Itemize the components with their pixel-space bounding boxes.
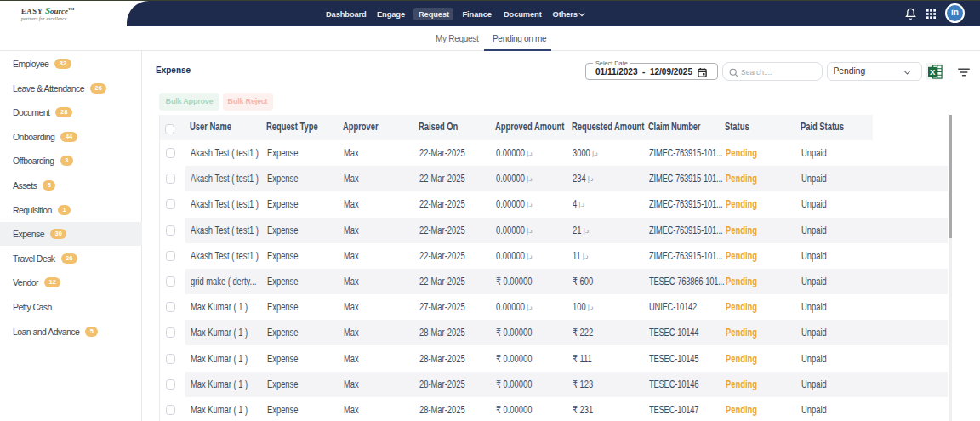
svg-text:X: X (930, 67, 936, 77)
